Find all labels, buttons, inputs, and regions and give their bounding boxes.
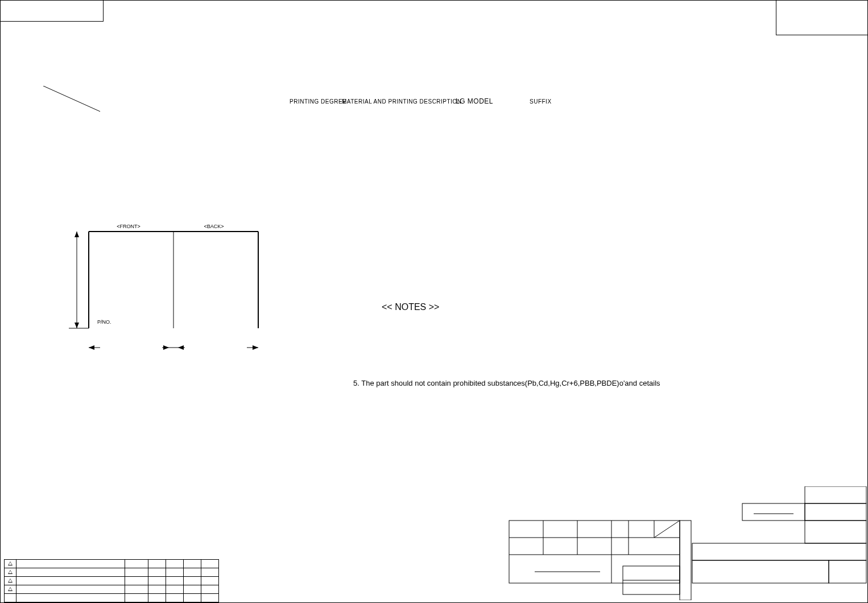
svg-marker-12: [163, 345, 169, 350]
pno-label: P/NO.: [97, 319, 111, 325]
notes-line-5: 5. The part should not contain prohibite…: [353, 379, 660, 387]
svg-marker-10: [89, 345, 94, 350]
notes-heading: << NOTES >>: [382, 302, 439, 312]
col-material-desc: MATERIAL AND PRINTING DESCRIPTION: [342, 98, 461, 105]
svg-marker-15: [253, 345, 258, 350]
svg-marker-6: [75, 232, 79, 237]
back-label: <BACK>: [204, 224, 224, 229]
title-block: [395, 486, 867, 602]
front-back-diagram: <FRONT> <BACK> P/NO.: [69, 222, 274, 359]
col-lg-model: LG MODEL: [456, 97, 493, 105]
top-left-box: [1, 1, 104, 22]
svg-marker-13: [178, 345, 184, 350]
triangle-icon: [8, 587, 13, 591]
triangle-icon: [8, 561, 13, 565]
drawing-sheet: PRINTING DEGREE MATERIAL AND PRINTING DE…: [0, 0, 868, 603]
svg-line-31: [654, 521, 680, 538]
svg-rect-20: [692, 543, 866, 560]
col-suffix: SUFFIX: [530, 98, 552, 105]
svg-rect-21: [692, 560, 829, 583]
front-label: <FRONT>: [117, 224, 140, 229]
svg-marker-7: [75, 323, 79, 328]
revision-block: [4, 559, 219, 602]
diagonal-mark: [43, 86, 106, 120]
col-printing-degree: PRINTING DEGREE: [290, 98, 346, 105]
triangle-icon: [8, 579, 13, 583]
svg-line-0: [43, 86, 100, 111]
svg-rect-16: [805, 486, 866, 503]
svg-rect-36: [805, 521, 866, 543]
svg-rect-22: [829, 560, 866, 583]
triangle-icon: [8, 570, 13, 574]
top-right-box: [776, 1, 867, 35]
svg-rect-19: [805, 503, 866, 521]
svg-rect-17: [742, 503, 805, 521]
svg-rect-32: [680, 521, 691, 600]
